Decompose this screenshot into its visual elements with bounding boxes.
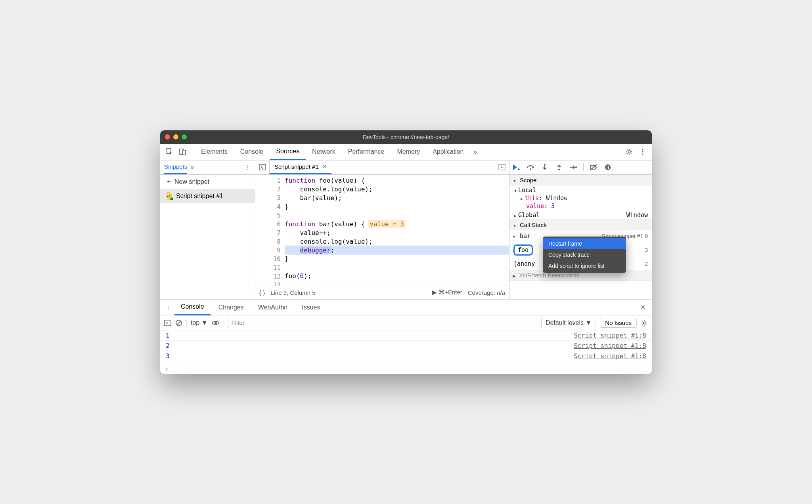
drawer-tab-console[interactable]: Console — [174, 300, 211, 315]
context-menu: Restart frameCopy stack traceAdd script … — [543, 237, 626, 273]
drawer-menu-icon[interactable]: ⋮ — [163, 304, 173, 311]
tab-performance[interactable]: Performance — [342, 143, 391, 160]
tab-application[interactable]: Application — [426, 143, 470, 160]
svg-point-20 — [643, 322, 645, 324]
drawer-tab-webauthn[interactable]: WebAuthn — [252, 300, 294, 315]
step-icon[interactable] — [569, 164, 578, 171]
svg-rect-8 — [259, 164, 266, 170]
svg-point-19 — [214, 322, 217, 324]
context-selector[interactable]: top ▼ — [191, 319, 208, 326]
editor-file-name: Script snippet #1 — [274, 163, 319, 170]
step-over-icon[interactable] — [526, 164, 535, 171]
new-snippet-label: New snippet — [174, 178, 209, 185]
deactivate-breakpoints-icon[interactable] — [589, 164, 598, 171]
scope-value[interactable]: value: 3 — [514, 202, 652, 210]
inspect-element-icon[interactable] — [163, 143, 176, 160]
debugger-pane: Scope Local this: Window value: 3 Global… — [509, 160, 652, 299]
close-tab-icon[interactable]: × — [323, 162, 327, 171]
cursor-position: Line 9, Column 5 — [270, 289, 315, 296]
drawer-close-icon[interactable]: × — [637, 302, 649, 313]
svg-point-10 — [530, 168, 531, 170]
pause-exceptions-icon[interactable] — [603, 164, 612, 171]
svg-point-5 — [642, 151, 643, 152]
run-hint: ▶ ⌘+Enter — [432, 289, 462, 296]
main-tabs: Elements Console Sources Network Perform… — [160, 144, 652, 160]
editor-file-tab[interactable]: Script snippet #1 × — [270, 160, 331, 174]
scope-this[interactable]: this: Window — [514, 194, 652, 202]
window-controls — [165, 134, 187, 139]
navigator-header: Snippets » ⋮ — [160, 160, 255, 175]
window-title: DevTools - chrome://new-tab-page/ — [363, 134, 449, 140]
console-log-row[interactable]: 2Script snippet #1:8 — [160, 341, 652, 351]
console-output: 1Script snippet #1:82Script snippet #1:8… — [160, 330, 652, 364]
devtools-window: DevTools - chrome://new-tab-page/ Elemen… — [160, 130, 652, 374]
code-content[interactable]: function foo(value) { console.log(value)… — [285, 175, 509, 286]
drawer-tabs: ⋮ Console Changes WebAuthn Issues × — [160, 300, 652, 315]
svg-point-3 — [628, 151, 630, 153]
scope-section-header[interactable]: Scope — [509, 175, 652, 185]
kebab-menu-icon[interactable] — [636, 148, 649, 156]
titlebar: DevTools - chrome://new-tab-page/ — [160, 130, 652, 144]
drawer: ⋮ Console Changes WebAuthn Issues × top … — [160, 299, 652, 374]
console-settings-icon[interactable] — [641, 319, 648, 326]
settings-icon[interactable] — [622, 148, 636, 156]
line-gutter: 12345678910111213 — [255, 175, 285, 286]
plus-icon: ＋ — [166, 178, 172, 186]
close-window-button[interactable] — [165, 134, 170, 139]
tab-network[interactable]: Network — [306, 143, 342, 160]
editor-statusbar: { } Line 9, Column 5 ▶ ⌘+Enter Coverage:… — [255, 286, 509, 299]
navigator-menu-icon[interactable]: ⋮ — [245, 164, 251, 171]
svg-point-4 — [642, 149, 643, 150]
issues-button[interactable]: No Issues — [600, 318, 637, 328]
context-menu-item[interactable]: Copy stack trace — [543, 249, 626, 260]
tab-memory[interactable]: Memory — [391, 143, 426, 160]
context-menu-item[interactable]: Add script to ignore list — [543, 260, 626, 271]
more-tabs-button[interactable]: » — [470, 148, 480, 156]
console-prompt[interactable]: › — [160, 364, 652, 374]
snippet-item-label: Script snippet #1 — [176, 193, 223, 200]
svg-point-12 — [558, 169, 560, 170]
device-toolbar-icon[interactable] — [176, 143, 190, 160]
scope-local-header[interactable]: Local — [514, 186, 652, 194]
console-sidebar-icon[interactable] — [164, 319, 171, 326]
navigator-tab-snippets[interactable]: Snippets — [164, 160, 187, 174]
step-into-icon[interactable] — [540, 164, 549, 171]
editor-header: Script snippet #1 × — [255, 160, 509, 175]
new-snippet-button[interactable]: ＋ New snippet — [160, 175, 255, 189]
editor-pane: Script snippet #1 × 12345678910111213 fu… — [255, 160, 509, 299]
scope-global[interactable]: GlobalWindow — [509, 211, 652, 220]
main-content: Snippets » ⋮ ＋ New snippet Script snippe… — [160, 160, 652, 299]
coverage-status: Coverage: n/a — [468, 289, 505, 296]
context-menu-item[interactable]: Restart frame — [543, 238, 626, 249]
console-log-row[interactable]: 1Script snippet #1:8 — [160, 330, 652, 341]
live-expression-icon[interactable] — [212, 320, 220, 326]
code-editor[interactable]: 12345678910111213 function foo(value) { … — [255, 175, 509, 286]
callstack-section-header[interactable]: Call Stack — [509, 220, 652, 230]
toggle-debugger-pane-icon[interactable] — [495, 164, 509, 171]
clear-console-icon[interactable] — [175, 319, 182, 326]
snippet-file-icon — [166, 192, 173, 200]
console-toolbar: top ▼ Default levels ▼ No Issues — [160, 315, 652, 330]
scope-local: Local this: Window value: 3 — [509, 185, 652, 211]
log-levels-selector[interactable]: Default levels ▼ — [546, 319, 592, 326]
console-log-row[interactable]: 3Script snippet #1:8 — [160, 351, 652, 361]
svg-rect-16 — [608, 166, 609, 169]
minimize-window-button[interactable] — [173, 134, 178, 139]
console-filter-input[interactable] — [228, 318, 542, 328]
drawer-tab-changes[interactable]: Changes — [212, 300, 250, 315]
navigator-more-icon[interactable]: » — [190, 164, 194, 171]
svg-point-13 — [575, 166, 577, 168]
svg-rect-15 — [607, 166, 607, 169]
step-out-icon[interactable] — [555, 164, 563, 171]
resume-icon[interactable] — [512, 164, 521, 171]
debugger-toolbar — [509, 160, 652, 175]
pretty-print-icon[interactable]: { } — [259, 289, 265, 296]
maximize-window-button[interactable] — [182, 134, 187, 139]
svg-point-14 — [605, 164, 611, 170]
tab-sources[interactable]: Sources — [270, 143, 306, 160]
snippet-item[interactable]: Script snippet #1 — [160, 189, 255, 203]
tab-console[interactable]: Console — [234, 143, 270, 160]
tab-elements[interactable]: Elements — [195, 143, 234, 160]
toggle-navigator-icon[interactable] — [255, 160, 270, 174]
drawer-tab-issues[interactable]: Issues — [295, 300, 326, 315]
